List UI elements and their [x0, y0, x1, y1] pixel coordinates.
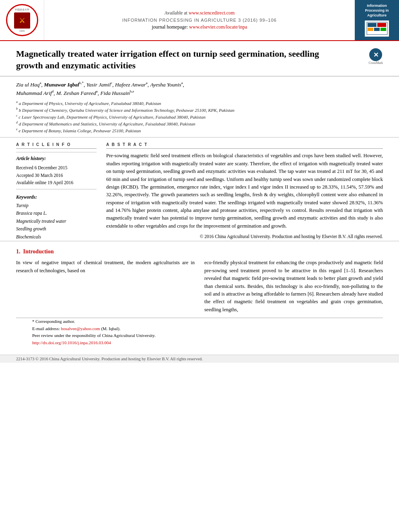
- authors-line1: Zia ul Haqa, Munawar Iqbalb,*, Yasir Jam…: [16, 80, 383, 89]
- crossmark-label: CrossMark: [368, 61, 383, 65]
- article-title: Magnetically treated water irrigation ef…: [16, 48, 346, 71]
- journal-right-logo: [365, 21, 389, 37]
- doi-link[interactable]: http://dx.doi.org/10.1016/j.inpa.2016.03…: [32, 340, 111, 345]
- svg-rect-4: [374, 28, 380, 31]
- author-hafeez: Hafeez Anwar: [115, 82, 146, 88]
- intro-right-text: eco-friendly physical treatment for enha…: [204, 259, 383, 314]
- munawar-sup: b,*: [79, 81, 84, 85]
- introduction-section: 1. Introduction In view of negative impa…: [0, 241, 399, 349]
- footnote-corresponding: * Corresponding author.: [32, 318, 367, 325]
- available-text: Available at: [165, 10, 187, 16]
- email-suffix: (M. Iqbal).: [101, 326, 120, 331]
- doi-line[interactable]: http://dx.doi.org/10.1016/j.inpa.2016.03…: [32, 340, 367, 345]
- sciencedirect-link[interactable]: www.sciencedirect.com: [189, 10, 235, 16]
- footer-text: 2214-3173 © 2016 China Agricultural Univ…: [16, 357, 203, 361]
- zeshan-sup: a: [96, 89, 98, 93]
- author-yasir: Yasir Jamil: [86, 82, 111, 88]
- header-available: Available at www.sciencedirect.com: [165, 10, 235, 16]
- arif-sup: d: [52, 89, 54, 93]
- affiliation-e: e e Department of Botany, Islamia Colleg…: [16, 127, 383, 134]
- intro-left-text: In view of negative impact of chemical t…: [16, 259, 195, 275]
- author-zeshan: M. Zeshan Fareed: [56, 90, 96, 96]
- article-info-header: A R T I C L E I N F O: [16, 142, 97, 149]
- keyword-seedling: Seedling growth: [16, 225, 97, 233]
- logo-top-text: 中国农业大学: [15, 8, 29, 12]
- intro-left-col: In view of negative impact of chemical t…: [16, 259, 195, 314]
- logo-circle: 中国农业大学 ⚔ 1905: [6, 4, 38, 36]
- accepted-date: Accepted 30 March 2016: [16, 172, 97, 179]
- affiliation-b: b b Department of Chemistry, Qurtuba Uni…: [16, 107, 383, 113]
- title-section: Magnetically treated water irrigation ef…: [0, 41, 399, 76]
- hafeez-sup: a: [146, 81, 148, 85]
- affiliation-a: a a Department of Physics, University of…: [16, 100, 383, 107]
- email-link[interactable]: bosalvee@yahoo.com: [61, 326, 100, 331]
- abstract-col: A B S T R A C T Pre-sowing magnetic fiel…: [106, 142, 383, 241]
- journal-right-panel: Information Processing in Agriculture: [355, 0, 399, 40]
- fida-sup: b,e: [130, 89, 134, 93]
- author-arif: Muhammad Arif: [16, 90, 52, 96]
- keyword-turnip: Turnip: [16, 202, 97, 210]
- left-divider2: [16, 189, 97, 189]
- journal-name: INFORMATION PROCESSING IN AGRICULTURE 3 …: [122, 18, 277, 23]
- copyright-text: © 2016 China Agricultural University. Pr…: [106, 233, 383, 240]
- peer-review-line: Peer review under the responsibility of …: [32, 332, 367, 339]
- homepage-line: journal homepage: www.elsevier.com/locat…: [152, 24, 247, 30]
- logo-emblem: ⚔: [14, 12, 30, 29]
- header: 中国农业大学 ⚔ 1905 Available at www.sciencedi…: [0, 0, 399, 41]
- crossmark-icon: ✕: [369, 48, 382, 61]
- intro-two-col: In view of negative impact of chemical t…: [16, 259, 383, 314]
- footnote-email: E-mail address: bosalvee@yahoo.com (M. I…: [32, 325, 367, 333]
- keywords-title: Keywords:: [16, 194, 97, 200]
- article-info-abstract: A R T I C L E I N F O Article history: R…: [0, 138, 399, 241]
- author-zia: Zia ul Haq: [16, 82, 40, 88]
- affiliation-c: c c Laser Spectroscopy Lab, Department o…: [16, 113, 383, 120]
- ayesha-sup: a: [181, 81, 183, 85]
- received-date: Received 6 December 2015: [16, 164, 97, 171]
- svg-rect-3: [368, 28, 373, 31]
- authors-line2: Muhammad Arifd, M. Zeshan Fareeda, Fida …: [16, 89, 383, 97]
- author-munawar: Munawar Iqbal: [44, 82, 79, 88]
- page: 中国农业大学 ⚔ 1905 Available at www.sciencedi…: [0, 0, 399, 532]
- affiliations: a a Department of Physics, University of…: [16, 100, 383, 134]
- zia-sup: a: [40, 81, 41, 85]
- logo-year: 1905: [19, 29, 25, 33]
- yasir-sup: c: [111, 81, 112, 85]
- keyword-brassica: Brassica rapa L.: [16, 210, 97, 218]
- abstract-header: A B S T R A C T: [106, 142, 383, 149]
- authors-section: Zia ul Haqa, Munawar Iqbalb,*, Yasir Jam…: [0, 76, 399, 138]
- footnote-area: * Corresponding author. E-mail address: …: [16, 318, 383, 345]
- affiliation-d: d d Department of Mathematics and Statis…: [16, 120, 383, 127]
- keyword-biochemicals: Biochemicals: [16, 233, 97, 241]
- keyword-magnetic-water: Magnetically treated water: [16, 218, 97, 226]
- elsevier-link[interactable]: www.elsevier.com/locate/inpa: [189, 24, 247, 30]
- crossmark[interactable]: ✕ CrossMark: [368, 48, 383, 65]
- svg-rect-2: [377, 23, 386, 27]
- abstract-text: Pre-sowing magnetic field seed treatment…: [106, 152, 383, 230]
- article-history-title: Article history:: [16, 156, 97, 162]
- header-center: Available at www.sciencedirect.com INFOR…: [44, 0, 355, 40]
- svg-rect-5: [380, 28, 386, 31]
- homepage-text: journal homepage:: [152, 24, 188, 30]
- two-column-layout: A R T I C L E I N F O Article history: R…: [16, 142, 383, 241]
- left-divider1: [16, 152, 97, 152]
- section-title: Introduction: [23, 249, 54, 255]
- email-label: E-mail address:: [32, 326, 60, 331]
- author-fida: Fida Hussain: [101, 90, 130, 96]
- intro-right-col: eco-friendly physical treatment for enha…: [204, 259, 383, 314]
- article-info-col: A R T I C L E I N F O Article history: R…: [16, 142, 97, 241]
- available-online-date: Available online 19 April 2016: [16, 179, 97, 186]
- university-logo: 中国农业大学 ⚔ 1905: [0, 0, 44, 40]
- section-num: 1.: [16, 249, 21, 255]
- intro-title: 1. Introduction: [16, 249, 383, 255]
- author-ayesha: Ayesha Younis: [150, 82, 181, 88]
- journal-right-title: Information Processing in Agriculture: [358, 4, 396, 18]
- page-footer: 2214-3173 © 2016 China Agricultural Univ…: [0, 355, 399, 363]
- svg-rect-1: [368, 23, 376, 27]
